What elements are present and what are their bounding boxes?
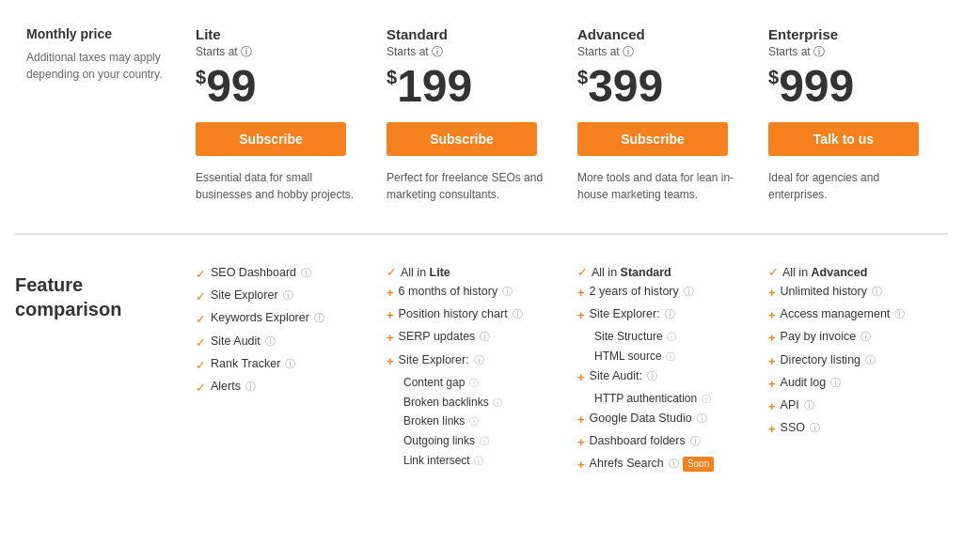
plan-desc-enterprise: Ideal for agencies and enterprises. xyxy=(768,169,928,203)
feature-subitem-standard-7: Outgoing links ⓘ xyxy=(387,433,555,449)
price-block-advanced: $ 399 xyxy=(577,64,746,109)
feature-col-lite: ✓ SEO Dashboard ⓘ ✓ Site Explorer ⓘ ✓ Ke… xyxy=(184,265,375,479)
plan-desc-lite: Essential data for small businesses and … xyxy=(196,169,355,203)
all-in-enterprise: ✓ All in Advanced xyxy=(768,265,937,279)
subscribe-btn-lite[interactable]: Subscribe xyxy=(196,122,346,156)
feature-item-enterprise-5: + API ⓘ xyxy=(768,397,937,415)
price-block-standard: $ 199 xyxy=(387,64,555,109)
starts-at-standard: Starts at ⓘ xyxy=(387,44,555,60)
plan-name-enterprise: Enterprise xyxy=(768,26,937,42)
feature-item-lite-2: ✓ Keywords Explorer ⓘ xyxy=(196,310,364,328)
feature-label-col: Feature comparison xyxy=(15,265,184,479)
all-in-standard: ✓ All in Lite xyxy=(387,265,555,279)
price-dollar-lite: $ xyxy=(196,68,206,86)
price-block-lite: $ 99 xyxy=(196,64,364,109)
feature-item-lite-5: ✓ Alerts ⓘ xyxy=(196,379,364,397)
feature-item-advanced-7: + Dashboard folders ⓘ xyxy=(577,433,746,451)
soon-badge: Soon xyxy=(683,457,714,472)
pricing-table: Monthly price Additional taxes may apply… xyxy=(15,19,948,235)
feature-subitem-standard-5: Broken backlinks ⓘ xyxy=(387,395,555,411)
feature-subitem-standard-8: Link intersect ⓘ xyxy=(387,453,555,469)
price-amount-enterprise: 999 xyxy=(779,64,854,109)
feature-subitem-advanced-3: HTML source ⓘ xyxy=(577,349,746,365)
price-block-enterprise: $ 999 xyxy=(768,64,937,109)
feature-comparison-section: Feature comparison ✓ SEO Dashboard ⓘ ✓ S… xyxy=(15,257,948,479)
feature-item-enterprise-1: + Access management ⓘ xyxy=(768,306,937,324)
plus-icon: + xyxy=(387,330,394,347)
plan-name-advanced: Advanced xyxy=(577,26,746,42)
feature-item-advanced-0: + 2 years of history ⓘ xyxy=(577,284,746,302)
feature-item-advanced-6: + Google Data Studio ⓘ xyxy=(577,411,746,428)
feature-col-advanced: ✓ All in Standard + 2 years of history ⓘ… xyxy=(566,265,757,479)
check-icon: ✓ xyxy=(196,288,206,305)
subscribe-btn-advanced[interactable]: Subscribe xyxy=(577,122,728,156)
plus-icon: + xyxy=(577,434,585,451)
check-icon-enterprise: ✓ xyxy=(768,265,779,279)
feature-comparison-title: Feature comparison xyxy=(15,272,173,321)
plan-desc-advanced: More tools and data for lean in-house ma… xyxy=(577,169,737,203)
feature-item-enterprise-2: + Pay by invoice ⓘ xyxy=(768,329,937,347)
plus-icon: + xyxy=(387,285,394,302)
price-amount-lite: 99 xyxy=(206,64,256,109)
feature-item-enterprise-6: + SSO ⓘ xyxy=(768,420,937,438)
feature-item-advanced-4: + Site Audit: ⓘ xyxy=(577,368,746,386)
plus-icon: + xyxy=(768,307,776,324)
feature-item-advanced-8: + Ahrefs Search ⓘSoon xyxy=(577,456,746,474)
pricing-col-standard: Standard Starts at ⓘ $ 199 Subscribe Per… xyxy=(375,19,566,210)
price-dollar-enterprise: $ xyxy=(768,68,779,86)
all-in-advanced: ✓ All in Standard xyxy=(577,265,746,279)
plus-icon: + xyxy=(768,330,776,347)
feature-item-enterprise-0: + Unlimited history ⓘ xyxy=(768,284,937,302)
check-icon: ✓ xyxy=(196,334,206,351)
feature-subitem-advanced-5: HTTP authentication ⓘ xyxy=(577,391,746,407)
price-amount-standard: 199 xyxy=(397,64,472,109)
feature-subitem-standard-6: Broken links ⓘ xyxy=(387,413,555,429)
check-icon: ✓ xyxy=(196,311,206,328)
plus-icon: + xyxy=(387,307,394,324)
subscribe-btn-enterprise[interactable]: Talk to us xyxy=(768,122,919,156)
feature-item-enterprise-3: + Directory listing ⓘ xyxy=(768,352,937,370)
pricing-col-advanced: Advanced Starts at ⓘ $ 399 Subscribe Mor… xyxy=(566,19,757,210)
plus-icon: + xyxy=(387,353,394,370)
plus-icon: + xyxy=(768,421,776,438)
plus-icon: + xyxy=(577,307,585,324)
starts-at-advanced: Starts at ⓘ xyxy=(577,44,746,60)
starts-at-lite: Starts at ⓘ xyxy=(196,44,364,60)
feature-item-lite-1: ✓ Site Explorer ⓘ xyxy=(196,288,364,305)
check-icon: ✓ xyxy=(196,266,206,283)
plus-icon: + xyxy=(577,412,585,428)
pricing-col-lite: Lite Starts at ⓘ $ 99 Subscribe Essentia… xyxy=(184,19,375,210)
plus-icon: + xyxy=(768,398,776,415)
feature-item-standard-2: + SERP updates ⓘ xyxy=(387,329,555,347)
plan-name-lite: Lite xyxy=(196,26,364,42)
feature-col-enterprise: ✓ All in Advanced + Unlimited history ⓘ … xyxy=(757,265,948,479)
feature-subitem-advanced-2: Site Structure ⓘ xyxy=(577,329,746,345)
feature-item-lite-3: ✓ Site Audit ⓘ xyxy=(196,334,364,351)
feature-item-lite-0: ✓ SEO Dashboard ⓘ xyxy=(196,265,364,283)
feature-item-standard-0: + 6 months of history ⓘ xyxy=(387,284,555,302)
plus-icon: + xyxy=(768,353,776,370)
check-icon-advanced: ✓ xyxy=(577,265,588,279)
feature-item-standard-1: + Position history chart ⓘ xyxy=(387,306,555,324)
price-amount-advanced: 399 xyxy=(588,64,663,109)
feature-item-standard-3: + Site Explorer: ⓘ xyxy=(387,352,555,370)
plus-icon: + xyxy=(577,369,585,386)
plus-icon: + xyxy=(577,285,585,302)
subscribe-btn-standard[interactable]: Subscribe xyxy=(387,122,537,156)
monthly-price-label: Monthly price xyxy=(26,26,173,41)
plan-name-standard: Standard xyxy=(387,26,555,42)
monthly-price-sublabel: Additional taxes may apply depending on … xyxy=(26,49,173,83)
plus-icon: + xyxy=(768,376,776,393)
price-dollar-standard: $ xyxy=(387,68,397,86)
feature-col-standard: ✓ All in Lite + 6 months of history ⓘ + … xyxy=(375,265,566,479)
feature-item-lite-4: ✓ Rank Tracker ⓘ xyxy=(196,356,364,374)
plan-desc-standard: Perfect for freelance SEOs and marketing… xyxy=(387,169,546,203)
price-dollar-advanced: $ xyxy=(577,68,588,86)
check-icon: ✓ xyxy=(196,380,206,397)
check-icon-standard: ✓ xyxy=(387,265,397,279)
feature-item-advanced-1: + Site Explorer: ⓘ xyxy=(577,306,746,324)
pricing-col-enterprise: Enterprise Starts at ⓘ $ 999 Talk to us … xyxy=(757,19,948,210)
plus-icon: + xyxy=(768,285,776,302)
plus-icon: + xyxy=(577,457,585,474)
check-icon: ✓ xyxy=(196,357,206,374)
